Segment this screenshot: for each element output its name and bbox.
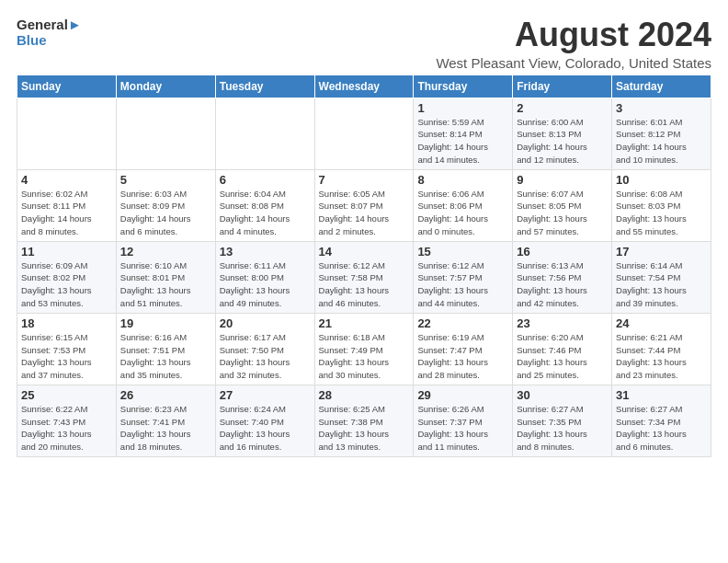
day-number: 12: [120, 245, 211, 259]
day-number: 29: [417, 388, 508, 402]
calendar-cell: 16Sunrise: 6:13 AM Sunset: 7:56 PM Dayli…: [513, 241, 612, 313]
day-number: 26: [120, 388, 211, 402]
col-saturday: Saturday: [612, 75, 711, 98]
day-info: Sunrise: 5:59 AM Sunset: 8:14 PM Dayligh…: [417, 116, 508, 167]
day-number: 31: [616, 388, 707, 402]
day-info: Sunrise: 6:24 AM Sunset: 7:40 PM Dayligh…: [220, 403, 311, 454]
day-info: Sunrise: 6:22 AM Sunset: 7:43 PM Dayligh…: [21, 403, 112, 454]
day-number: 13: [220, 245, 311, 259]
calendar-cell: 29Sunrise: 6:26 AM Sunset: 7:37 PM Dayli…: [414, 385, 513, 456]
calendar-cell: 1Sunrise: 5:59 AM Sunset: 8:14 PM Daylig…: [414, 98, 513, 169]
day-info: Sunrise: 6:10 AM Sunset: 8:01 PM Dayligh…: [120, 259, 211, 310]
day-info: Sunrise: 6:09 AM Sunset: 8:02 PM Dayligh…: [21, 259, 112, 310]
calendar-cell: [116, 98, 215, 169]
day-number: 11: [21, 245, 112, 259]
day-number: 27: [220, 388, 311, 402]
week-row-1: 1Sunrise: 5:59 AM Sunset: 8:14 PM Daylig…: [17, 98, 711, 169]
calendar-cell: [215, 98, 314, 169]
header-row: Sunday Monday Tuesday Wednesday Thursday…: [17, 75, 711, 98]
day-info: Sunrise: 6:04 AM Sunset: 8:08 PM Dayligh…: [220, 188, 311, 238]
calendar-cell: 28Sunrise: 6:25 AM Sunset: 7:38 PM Dayli…: [314, 385, 414, 456]
col-tuesday: Tuesday: [215, 75, 314, 98]
day-info: Sunrise: 6:14 AM Sunset: 7:54 PM Dayligh…: [616, 259, 707, 310]
calendar-cell: 11Sunrise: 6:09 AM Sunset: 8:02 PM Dayli…: [17, 241, 117, 313]
calendar-cell: 6Sunrise: 6:04 AM Sunset: 8:08 PM Daylig…: [215, 169, 314, 241]
week-row-3: 11Sunrise: 6:09 AM Sunset: 8:02 PM Dayli…: [17, 241, 711, 313]
calendar-cell: 18Sunrise: 6:15 AM Sunset: 7:53 PM Dayli…: [17, 313, 117, 385]
calendar-cell: 21Sunrise: 6:18 AM Sunset: 7:49 PM Dayli…: [314, 313, 414, 385]
calendar-cell: 30Sunrise: 6:27 AM Sunset: 7:35 PM Dayli…: [513, 385, 612, 456]
day-number: 3: [616, 101, 707, 115]
calendar-cell: 17Sunrise: 6:14 AM Sunset: 7:54 PM Dayli…: [612, 241, 711, 313]
day-info: Sunrise: 6:03 AM Sunset: 8:09 PM Dayligh…: [120, 188, 211, 238]
calendar-cell: 2Sunrise: 6:00 AM Sunset: 8:13 PM Daylig…: [513, 98, 612, 169]
calendar-cell: 31Sunrise: 6:27 AM Sunset: 7:34 PM Dayli…: [612, 385, 711, 456]
day-info: Sunrise: 6:13 AM Sunset: 7:56 PM Dayligh…: [517, 259, 608, 310]
calendar-cell: 7Sunrise: 6:05 AM Sunset: 8:07 PM Daylig…: [314, 169, 414, 241]
calendar-cell: 19Sunrise: 6:16 AM Sunset: 7:51 PM Dayli…: [116, 313, 215, 385]
day-number: 16: [517, 245, 608, 259]
day-info: Sunrise: 6:11 AM Sunset: 8:00 PM Dayligh…: [220, 259, 311, 310]
day-info: Sunrise: 6:07 AM Sunset: 8:05 PM Dayligh…: [517, 188, 608, 238]
day-info: Sunrise: 6:06 AM Sunset: 8:06 PM Dayligh…: [417, 188, 508, 238]
main-container: General► Blue August 2024 West Pleasant …: [0, 0, 728, 466]
calendar-cell: [314, 98, 414, 169]
day-info: Sunrise: 6:12 AM Sunset: 7:58 PM Dayligh…: [319, 259, 410, 310]
day-number: 25: [21, 388, 112, 402]
day-info: Sunrise: 6:12 AM Sunset: 7:57 PM Dayligh…: [417, 259, 508, 310]
day-number: 4: [21, 173, 112, 187]
calendar-cell: [17, 98, 117, 169]
calendar-cell: 10Sunrise: 6:08 AM Sunset: 8:03 PM Dayli…: [612, 169, 711, 241]
day-info: Sunrise: 6:19 AM Sunset: 7:47 PM Dayligh…: [417, 331, 508, 382]
day-info: Sunrise: 6:27 AM Sunset: 7:34 PM Dayligh…: [616, 403, 707, 454]
day-number: 9: [517, 173, 608, 187]
day-number: 6: [220, 173, 311, 187]
day-number: 22: [417, 316, 508, 330]
day-number: 20: [220, 316, 311, 330]
calendar-cell: 26Sunrise: 6:23 AM Sunset: 7:41 PM Dayli…: [116, 385, 215, 456]
col-monday: Monday: [116, 75, 215, 98]
calendar-cell: 4Sunrise: 6:02 AM Sunset: 8:11 PM Daylig…: [17, 169, 117, 241]
title-block: August 2024 West Pleasant View, Colorado…: [436, 17, 711, 71]
calendar-cell: 3Sunrise: 6:01 AM Sunset: 8:12 PM Daylig…: [612, 98, 711, 169]
day-info: Sunrise: 6:08 AM Sunset: 8:03 PM Dayligh…: [616, 188, 707, 238]
day-number: 7: [319, 173, 410, 187]
calendar-cell: 25Sunrise: 6:22 AM Sunset: 7:43 PM Dayli…: [17, 385, 117, 456]
day-number: 17: [616, 245, 707, 259]
col-friday: Friday: [513, 75, 612, 98]
header: General► Blue August 2024 West Pleasant …: [17, 17, 711, 71]
day-info: Sunrise: 6:02 AM Sunset: 8:11 PM Dayligh…: [21, 188, 112, 238]
day-number: 1: [417, 101, 508, 115]
calendar-cell: 24Sunrise: 6:21 AM Sunset: 7:44 PM Dayli…: [612, 313, 711, 385]
day-number: 8: [417, 173, 508, 187]
day-number: 28: [319, 388, 410, 402]
day-info: Sunrise: 6:20 AM Sunset: 7:46 PM Dayligh…: [517, 331, 608, 382]
day-info: Sunrise: 6:16 AM Sunset: 7:51 PM Dayligh…: [120, 331, 211, 382]
calendar-table: Sunday Monday Tuesday Wednesday Thursday…: [17, 75, 711, 457]
day-info: Sunrise: 6:18 AM Sunset: 7:49 PM Dayligh…: [319, 331, 410, 382]
calendar-cell: 15Sunrise: 6:12 AM Sunset: 7:57 PM Dayli…: [414, 241, 513, 313]
day-info: Sunrise: 6:05 AM Sunset: 8:07 PM Dayligh…: [319, 188, 410, 238]
page-subtitle: West Pleasant View, Colorado, United Sta…: [436, 55, 711, 71]
day-info: Sunrise: 6:27 AM Sunset: 7:35 PM Dayligh…: [517, 403, 608, 454]
week-row-4: 18Sunrise: 6:15 AM Sunset: 7:53 PM Dayli…: [17, 313, 711, 385]
day-info: Sunrise: 6:00 AM Sunset: 8:13 PM Dayligh…: [517, 116, 608, 167]
day-info: Sunrise: 6:21 AM Sunset: 7:44 PM Dayligh…: [616, 331, 707, 382]
day-number: 18: [21, 316, 112, 330]
calendar-cell: 27Sunrise: 6:24 AM Sunset: 7:40 PM Dayli…: [215, 385, 314, 456]
calendar-cell: 20Sunrise: 6:17 AM Sunset: 7:50 PM Dayli…: [215, 313, 314, 385]
day-number: 23: [517, 316, 608, 330]
day-info: Sunrise: 6:25 AM Sunset: 7:38 PM Dayligh…: [319, 403, 410, 454]
day-info: Sunrise: 6:26 AM Sunset: 7:37 PM Dayligh…: [417, 403, 508, 454]
col-thursday: Thursday: [414, 75, 513, 98]
calendar-cell: 22Sunrise: 6:19 AM Sunset: 7:47 PM Dayli…: [414, 313, 513, 385]
col-wednesday: Wednesday: [314, 75, 414, 98]
col-sunday: Sunday: [17, 75, 117, 98]
day-info: Sunrise: 6:15 AM Sunset: 7:53 PM Dayligh…: [21, 331, 112, 382]
calendar-cell: 8Sunrise: 6:06 AM Sunset: 8:06 PM Daylig…: [414, 169, 513, 241]
day-number: 24: [616, 316, 707, 330]
day-number: 15: [417, 245, 508, 259]
page-title: August 2024: [436, 17, 711, 53]
calendar-cell: 13Sunrise: 6:11 AM Sunset: 8:00 PM Dayli…: [215, 241, 314, 313]
calendar-cell: 12Sunrise: 6:10 AM Sunset: 8:01 PM Dayli…: [116, 241, 215, 313]
